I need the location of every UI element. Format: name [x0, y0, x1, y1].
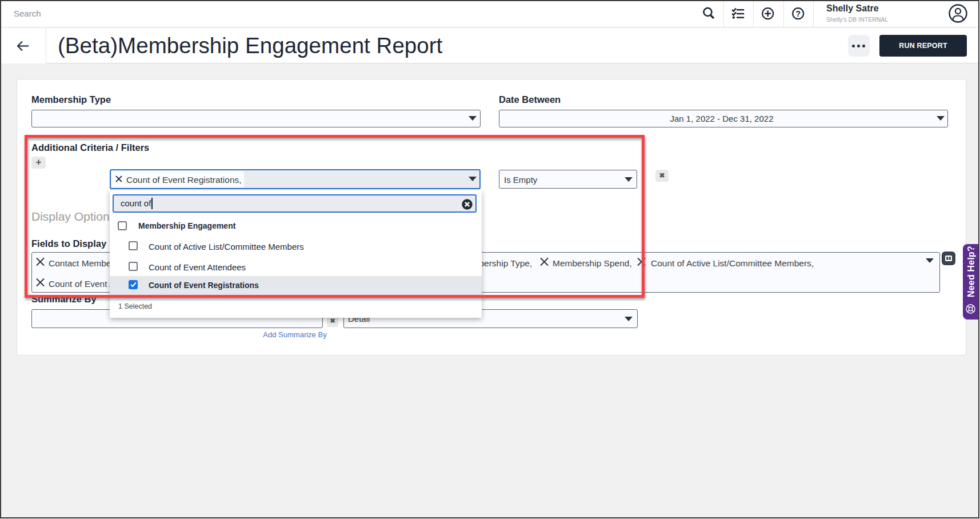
svg-text:?: ?	[795, 9, 801, 18]
